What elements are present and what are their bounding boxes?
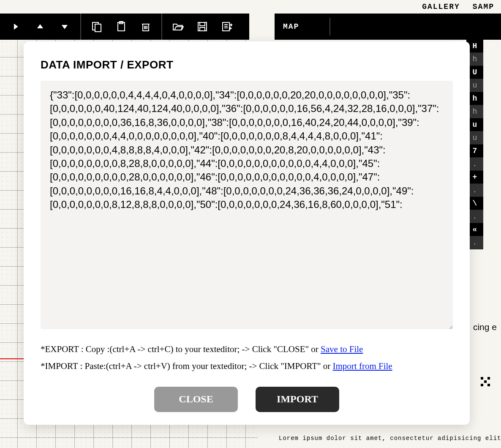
red-guideline bbox=[0, 358, 25, 359]
nav-down-icon[interactable] bbox=[52, 14, 77, 40]
map-tab: MAP bbox=[275, 14, 501, 40]
trash-icon[interactable] bbox=[133, 14, 158, 40]
import-button[interactable]: IMPORT bbox=[256, 387, 339, 412]
data-textarea[interactable] bbox=[41, 81, 453, 329]
svg-rect-1 bbox=[95, 24, 101, 32]
import-from-file-link[interactable]: Import from File bbox=[333, 361, 392, 371]
svg-rect-16 bbox=[481, 377, 483, 380]
paste-icon[interactable] bbox=[109, 14, 133, 40]
svg-rect-19 bbox=[481, 384, 483, 386]
copy-icon[interactable] bbox=[84, 14, 109, 40]
save-to-file-link[interactable]: Save to File bbox=[321, 344, 363, 354]
overflow-text: cing e bbox=[473, 322, 497, 332]
preview-body: Lorem ipsum dolor sit amet, consectetur … bbox=[279, 433, 501, 444]
nav-gallery[interactable]: GALLERY bbox=[422, 3, 460, 11]
pixel-glyph-icon bbox=[480, 376, 492, 390]
svg-rect-18 bbox=[484, 380, 487, 383]
map-label[interactable]: MAP bbox=[283, 22, 299, 31]
export-hint-text: *EXPORT : Copy :(ctrl+A -> ctrl+C) to yo… bbox=[41, 344, 321, 354]
modal-title: DATA IMPORT / EXPORT bbox=[41, 58, 453, 71]
open-icon[interactable] bbox=[166, 14, 190, 40]
top-nav: GALLERY SAMP bbox=[415, 0, 501, 14]
svg-rect-11 bbox=[200, 27, 205, 31]
nav-right-icon[interactable] bbox=[3, 14, 28, 40]
import-export-modal: DATA IMPORT / EXPORT *EXPORT : Copy :(ct… bbox=[24, 41, 470, 425]
svg-rect-17 bbox=[487, 377, 490, 380]
nav-sample[interactable]: SAMP bbox=[473, 3, 494, 11]
import-hint-text: *IMPORT : Paste:(ctrl+A -> ctrl+V) from … bbox=[41, 361, 333, 371]
nav-up-icon[interactable] bbox=[28, 14, 52, 40]
export-icon[interactable] bbox=[215, 14, 239, 40]
svg-rect-20 bbox=[487, 384, 490, 386]
tab-divider bbox=[329, 18, 330, 36]
toolbar bbox=[0, 14, 249, 40]
close-button[interactable]: CLOSE bbox=[154, 387, 238, 412]
svg-rect-10 bbox=[200, 22, 205, 26]
modal-hints: *EXPORT : Copy :(ctrl+A -> ctrl+C) to yo… bbox=[41, 341, 453, 375]
save-icon[interactable] bbox=[190, 14, 215, 40]
